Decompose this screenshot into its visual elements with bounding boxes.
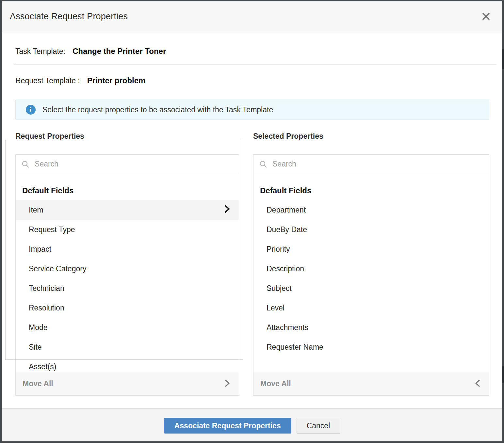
info-banner-text: Select the request properties to be asso… [42, 105, 273, 114]
dialog-title: Associate Request Properties [2, 11, 128, 22]
dialog-action-bar: Associate Request Properties Cancel [2, 408, 502, 441]
chevron-right-icon[interactable] [224, 205, 230, 215]
search-icon [22, 160, 29, 168]
request-properties-panel: Default Fields Item Request Type Impact … [15, 154, 239, 396]
move-all-left-button[interactable]: Move All [253, 372, 489, 395]
list-item[interactable]: Asset(s) [16, 357, 239, 372]
right-search-box [253, 155, 489, 173]
list-item[interactable]: Technician [16, 278, 239, 298]
left-search-box [16, 155, 239, 173]
dialog-header: Associate Request Properties [2, 1, 502, 32]
request-template-row: Request Template : Printer problem [15, 76, 145, 85]
list-item[interactable]: Impact [16, 239, 239, 259]
list-item[interactable]: DueBy Date [253, 220, 489, 239]
selected-properties-heading: Selected Properties [253, 132, 323, 141]
chevron-right-icon [225, 379, 230, 388]
request-template-label: Request Template : [15, 76, 80, 85]
cancel-button[interactable]: Cancel [297, 418, 340, 434]
list-item[interactable]: Resolution [16, 298, 239, 318]
page-behind-left-edge [0, 0, 2, 443]
list-item[interactable]: Requester Name [253, 337, 489, 357]
task-template-row: Task Template: Change the Printer Toner [15, 47, 166, 56]
left-group-header: Default Fields [16, 174, 239, 200]
list-item[interactable]: Priority [253, 239, 489, 259]
selected-properties-panel: Default Fields Department DueBy Date Pri… [253, 154, 489, 396]
task-template-value: Change the Printer Toner [73, 47, 166, 56]
list-item[interactable]: Department [253, 200, 489, 220]
right-search-input[interactable] [272, 157, 489, 171]
page-behind-top-edge [0, 0, 504, 1]
list-item[interactable]: Description [253, 259, 489, 278]
list-item[interactable]: Subject [253, 278, 489, 298]
background-scrollbar-thumb [502, 49, 504, 69]
left-list: Default Fields Item Request Type Impact … [16, 174, 239, 372]
list-item[interactable]: Attachments [253, 318, 489, 337]
list-item[interactable]: Item [16, 200, 239, 220]
search-icon [259, 160, 267, 168]
right-list: Default Fields Department DueBy Date Pri… [253, 174, 489, 372]
task-template-label: Task Template: [15, 47, 65, 56]
move-all-right-button[interactable]: Move All [16, 372, 239, 395]
page-behind-bottom-edge [0, 441, 504, 443]
divider [14, 64, 496, 65]
list-item[interactable]: Mode [16, 318, 239, 337]
list-item[interactable]: Site [16, 337, 239, 357]
list-item[interactable]: Service Category [16, 259, 239, 278]
close-icon[interactable] [482, 12, 490, 21]
request-properties-heading: Request Properties [15, 132, 84, 141]
left-search-input[interactable] [34, 157, 239, 171]
background-scrollbar-thumb [502, 366, 504, 383]
info-banner: i Select the request properties to be as… [15, 100, 489, 120]
chevron-left-icon [475, 379, 480, 388]
list-item[interactable]: Request Type [16, 220, 239, 239]
info-icon: i [26, 105, 36, 115]
request-template-value: Printer problem [87, 76, 146, 85]
right-group-header: Default Fields [253, 174, 489, 200]
associate-request-properties-button[interactable]: Associate Request Properties [164, 418, 291, 434]
list-item[interactable]: Level [253, 298, 489, 318]
